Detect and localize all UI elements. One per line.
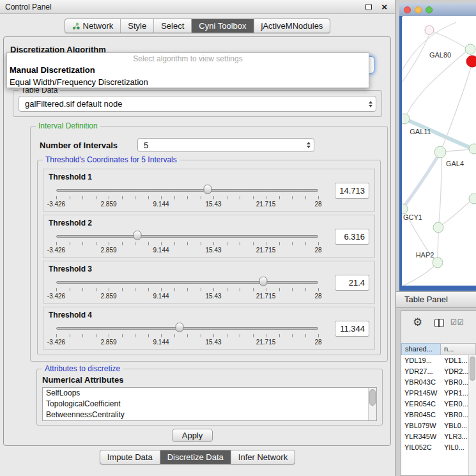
table-cell[interactable]: YPR1... [441, 388, 468, 399]
table-cell[interactable]: YPR145W [401, 388, 441, 399]
tab-discretize-data[interactable]: Discretize Data [160, 450, 231, 464]
table-row[interactable]: YLR345WYLR3... [401, 431, 468, 442]
dropdown-option-equal-width[interactable]: Equal Width/Frequency Discretization [7, 76, 369, 88]
slider-track[interactable] [56, 281, 318, 284]
tick-mark [148, 334, 149, 337]
close-icon[interactable]: × [381, 1, 387, 13]
tab-impute-data[interactable]: Impute Data [100, 450, 160, 464]
tick-mark [240, 334, 240, 337]
column-header-name[interactable]: n... [441, 343, 476, 355]
tick-mark [240, 242, 240, 245]
slider-track[interactable] [56, 235, 318, 238]
network-edge-thick[interactable] [403, 152, 440, 208]
attributes-listbox[interactable]: SelfLoopsTopologicalCoefficientBetweenne… [42, 387, 377, 421]
scrollbar-thumb[interactable] [369, 389, 376, 406]
table-row[interactable]: YIL052CYIL0... [401, 442, 468, 453]
number-of-intervals-value: 5 [138, 141, 303, 150]
tab-cyni-toolbox[interactable]: Cyni Toolbox [191, 19, 253, 33]
tab-network[interactable]: Network [65, 19, 121, 33]
tick-mark [96, 288, 96, 291]
column-header-shared-name[interactable]: shared... [401, 343, 441, 355]
table-data-combobox[interactable]: galFiltered.sif default node [19, 96, 376, 112]
table-cell[interactable]: YBR043C [401, 377, 441, 388]
table-scrollbar[interactable] [468, 355, 476, 475]
table-row[interactable]: YDR27...YDR2... [401, 366, 468, 377]
table-cell[interactable]: YER054C [401, 399, 441, 410]
attribute-list-item[interactable]: SelfLoops [43, 388, 376, 399]
scrollbar-thumb[interactable] [470, 357, 475, 381]
network-node[interactable] [433, 257, 443, 268]
table-cell[interactable]: YBR045C [401, 410, 441, 420]
table-cell[interactable]: YLR3... [441, 431, 468, 442]
table-row[interactable]: YBR045CYBR0... [401, 410, 468, 420]
table-cell[interactable]: YDL19... [401, 355, 441, 366]
list-scrollbar[interactable] [368, 388, 376, 420]
select-columns-icon[interactable]: ☑☑ [450, 318, 464, 326]
tick-mark [201, 196, 201, 199]
slider-thumb[interactable] [175, 323, 183, 332]
close-traffic-light-icon[interactable] [404, 6, 411, 13]
threshold-slider[interactable]: -3.426 2.859 9.144 15.43 21.715 28 [56, 229, 318, 255]
threshold-slider[interactable]: -3.426 2.859 9.144 15.43 21.715 28 [56, 183, 318, 209]
number-of-intervals-combobox[interactable]: 5 [137, 138, 314, 152]
table-row[interactable]: YDL19...YDL1... [401, 355, 468, 366]
table-cell[interactable]: YIL052C [401, 442, 441, 453]
network-node[interactable] [434, 146, 446, 158]
combo-stepper-icon[interactable] [365, 101, 376, 107]
slider-track[interactable] [56, 189, 318, 192]
threshold-value-field[interactable]: 14.713 [335, 183, 369, 199]
table-row[interactable]: YBL079WYBL0... [401, 420, 468, 431]
dropdown-option-manual[interactable]: Manual Discretization [7, 64, 369, 76]
table-row[interactable]: YER054CYER0... [401, 399, 468, 410]
table-row[interactable]: YPR145WYPR1... [401, 388, 468, 399]
network-node[interactable] [469, 144, 476, 154]
tab-select[interactable]: Select [153, 19, 191, 33]
attribute-list-item[interactable]: BetweennessCentrality [43, 410, 376, 420]
float-window-icon[interactable] [365, 4, 372, 10]
apply-button[interactable]: Apply [172, 429, 213, 442]
minimize-traffic-light-icon[interactable] [415, 6, 422, 13]
table-cell[interactable]: YER0... [441, 399, 468, 410]
tick-mark [253, 288, 254, 291]
table-cell[interactable]: YLR345W [401, 431, 441, 442]
threshold-value-field[interactable]: 6.316 [335, 229, 369, 245]
attribute-list-item[interactable]: TopologicalCoefficient [43, 399, 376, 410]
threshold-value-field[interactable]: 11.344 [335, 321, 369, 337]
network-node[interactable] [402, 114, 410, 124]
table-cell[interactable]: YBR0... [441, 377, 468, 388]
tick-mark [174, 196, 175, 199]
tab-style[interactable]: Style [120, 19, 153, 33]
table-cell[interactable]: YDR27... [401, 366, 441, 377]
network-canvas[interactable]: GAL80 GAL11 GAL4 GCY1 HAP2 [402, 16, 476, 286]
network-node[interactable] [433, 222, 443, 233]
slider-track[interactable] [56, 327, 318, 330]
tab-infer-network[interactable]: Infer Network [231, 450, 295, 464]
threshold-slider[interactable]: -3.426 2.859 9.144 15.43 21.715 28 [56, 275, 318, 301]
slider-thumb[interactable] [259, 277, 267, 286]
combo-stepper-icon[interactable] [303, 142, 314, 148]
threshold-value-field[interactable]: 21.4 [335, 275, 369, 291]
slider-thumb[interactable] [203, 185, 211, 194]
threshold-slider[interactable]: -3.426 2.859 9.144 15.43 21.715 28 [56, 321, 318, 347]
tab-jactivemodules[interactable]: jActiveMNodules [254, 19, 330, 33]
network-node[interactable] [469, 194, 476, 204]
gear-icon[interactable]: ⚙ [413, 316, 422, 329]
table-panel-title: Table Panel [404, 295, 448, 304]
scale-label: 15.43 [205, 201, 221, 208]
network-node[interactable] [425, 26, 434, 35]
column-settings-icon[interactable] [434, 319, 444, 327]
slider-thumb[interactable] [134, 231, 142, 240]
network-node-selected[interactable] [466, 56, 476, 67]
table-cell[interactable]: YBR0... [441, 410, 468, 420]
table-cell[interactable]: YDL1... [441, 355, 468, 366]
table-cell[interactable]: YDR2... [441, 366, 468, 377]
table-cell[interactable]: YBL0... [441, 420, 468, 431]
scale-label: 21.715 [256, 247, 276, 254]
scale-label: 21.715 [256, 339, 276, 346]
table-cell[interactable]: YBL079W [401, 420, 441, 431]
table-row[interactable]: YBR043CYBR0... [401, 377, 468, 388]
slider-ticks [56, 288, 318, 291]
network-node[interactable] [465, 44, 475, 54]
table-cell[interactable]: YIL0... [441, 442, 468, 453]
zoom-traffic-light-icon[interactable] [426, 6, 433, 13]
